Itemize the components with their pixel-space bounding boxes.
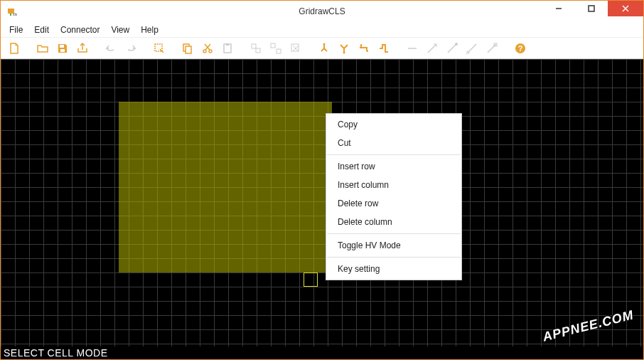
svg-point-22	[343, 51, 345, 53]
maximize-button[interactable]	[575, 1, 608, 16]
svg-rect-18	[271, 43, 275, 48]
export-icon[interactable]	[73, 40, 92, 57]
svg-rect-17	[256, 48, 260, 53]
svg-rect-15	[226, 43, 229, 46]
minimize-button[interactable]	[542, 1, 575, 16]
ctx-delete-row[interactable]: Delete row	[326, 194, 461, 213]
new-file-icon[interactable]	[5, 40, 23, 57]
svg-rect-11	[186, 46, 191, 53]
line-4-icon[interactable]	[463, 40, 481, 57]
svg-rect-4	[589, 6, 594, 11]
ctx-separator	[327, 257, 461, 258]
line-1-icon[interactable]	[403, 40, 422, 57]
ctx-cut[interactable]: Cut	[326, 134, 461, 152]
help-icon[interactable]: ?	[511, 40, 530, 57]
ctx-copy[interactable]: Copy	[326, 115, 461, 134]
connector-2-icon[interactable]	[335, 40, 353, 57]
save-icon[interactable]	[53, 40, 72, 57]
context-menu: Copy Cut Insert row Insert column Delete…	[326, 113, 462, 280]
undo-icon[interactable]	[102, 40, 120, 57]
menu-view[interactable]: View	[105, 23, 135, 36]
titlebar: cls GridrawCLS	[1, 1, 643, 22]
window-controls	[542, 1, 643, 16]
connector-4-icon[interactable]	[375, 40, 393, 57]
ctx-key-setting[interactable]: Key setting	[326, 260, 461, 278]
connector-3-icon[interactable]	[355, 40, 373, 57]
app-icon: cls	[6, 6, 18, 17]
delete-group-icon[interactable]	[286, 40, 305, 57]
status-text: SELECT CELL MODE	[4, 347, 108, 359]
svg-rect-19	[277, 49, 281, 53]
svg-line-25	[448, 44, 456, 53]
svg-rect-8	[60, 49, 65, 52]
close-button[interactable]	[608, 1, 643, 16]
ctx-insert-column[interactable]: Insert column	[326, 176, 461, 194]
svg-point-26	[455, 43, 458, 46]
svg-point-21	[323, 43, 326, 45]
line-5-icon[interactable]	[483, 40, 501, 57]
ctx-separator	[327, 233, 461, 234]
line-2-icon[interactable]	[423, 40, 441, 57]
redo-icon[interactable]	[122, 40, 140, 57]
ctx-delete-column[interactable]: Delete column	[326, 213, 461, 231]
ctx-toggle-hv[interactable]: Toggle HV Mode	[326, 236, 461, 255]
statusbar: SELECT CELL MODE	[1, 346, 643, 359]
open-file-icon[interactable]	[33, 40, 52, 57]
group-icon[interactable]	[247, 40, 265, 57]
menu-connector[interactable]: Connector	[55, 23, 105, 36]
svg-line-29	[488, 44, 496, 53]
menu-help[interactable]: Help	[135, 23, 164, 36]
app-window: cls GridrawCLS File Edit Connector View …	[0, 0, 644, 360]
svg-rect-1	[10, 14, 11, 16]
cut-icon[interactable]	[198, 40, 217, 57]
copy-icon[interactable]	[178, 40, 197, 57]
svg-text:cls: cls	[13, 12, 18, 16]
svg-line-24	[428, 44, 436, 53]
menu-edit[interactable]: Edit	[28, 23, 55, 36]
line-3-icon[interactable]	[443, 40, 461, 57]
svg-text:?: ?	[518, 44, 523, 53]
select-area-icon[interactable]	[150, 40, 168, 57]
svg-rect-7	[60, 45, 64, 48]
menu-file[interactable]: File	[4, 23, 28, 36]
connector-1-icon[interactable]	[315, 40, 333, 57]
svg-point-13	[209, 50, 212, 53]
canvas[interactable]: Copy Cut Insert row Insert column Delete…	[1, 59, 643, 346]
svg-point-12	[203, 50, 206, 53]
paste-icon[interactable]	[218, 40, 237, 57]
svg-line-27	[468, 44, 476, 53]
ctx-insert-row[interactable]: Insert row	[326, 157, 461, 176]
ctx-separator	[327, 154, 461, 155]
cursor-cell	[304, 272, 318, 287]
svg-rect-16	[252, 44, 256, 48]
menubar: File Edit Connector View Help	[1, 22, 643, 38]
cell-selection	[119, 102, 332, 272]
toolbar: ?	[1, 38, 643, 59]
ungroup-icon[interactable]	[267, 40, 285, 57]
